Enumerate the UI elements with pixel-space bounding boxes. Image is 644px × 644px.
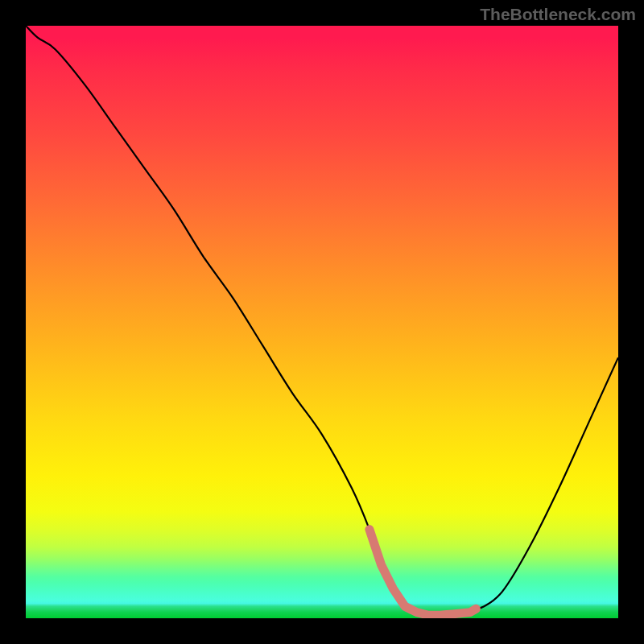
confidence-band	[26, 26, 618, 618]
chart-plot-area	[26, 26, 618, 618]
watermark-text: TheBottleneck.com	[480, 5, 636, 24]
